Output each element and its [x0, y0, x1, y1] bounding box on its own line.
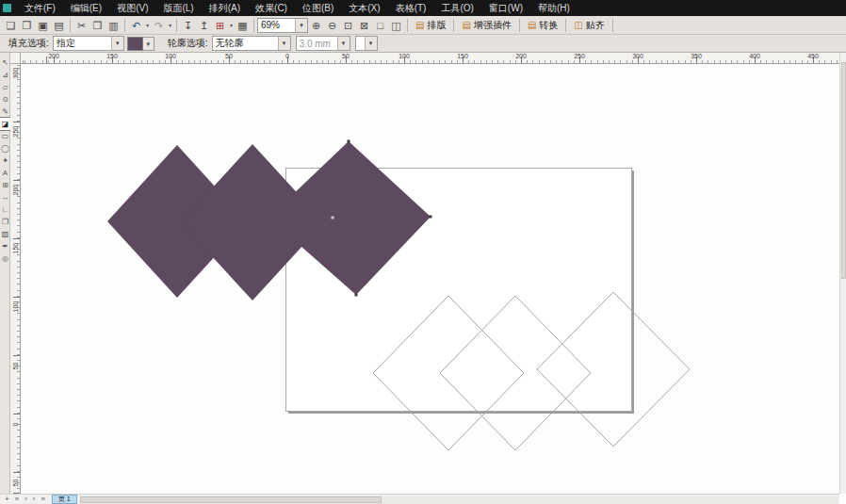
redo-icon[interactable]: ↷ — [151, 18, 167, 33]
vertical-scrollbar-thumb[interactable] — [841, 62, 846, 279]
welcome-screen-icon[interactable]: ▦ — [235, 18, 251, 33]
app-icon[interactable] — [3, 4, 11, 12]
shape-tool[interactable]: ⊿ — [0, 69, 10, 81]
snap-button[interactable]: ◫贴齐 — [569, 17, 609, 34]
rectangle-tool[interactable]: ▭ — [0, 130, 10, 142]
hruler-label: 450 — [807, 53, 819, 59]
page-nav-button-1[interactable]: « — [12, 495, 22, 504]
selection-node[interactable] — [348, 140, 350, 143]
corel-draw-window: 文件(F)编辑(E)视图(V)版面(L)排列(A)效果(C)位图(B)文本(X)… — [0, 0, 846, 504]
zoom-in-icon[interactable]: ⊕ — [308, 18, 324, 33]
drawing-surface[interactable] — [21, 64, 839, 494]
print-icon[interactable]: ▤ — [51, 18, 67, 33]
property-bar: 填充选项: 指定 ▼ ▼ 轮廓选项: 无轮廓 ▼ 3.0 mm ▼ ▼ — [0, 35, 846, 53]
convert-icon: ▤ — [528, 20, 536, 30]
export-icon[interactable]: ↥ — [196, 18, 212, 33]
vertical-ruler[interactable]: 30025020015010050050 — [10, 64, 21, 494]
menu-item-3[interactable]: 版面(L) — [155, 0, 201, 16]
snap-icon: ◫ — [574, 20, 582, 30]
horizontal-scrollbar-thumb[interactable] — [80, 496, 382, 503]
ruler-origin-button[interactable] — [10, 53, 21, 64]
menu-item-4[interactable]: 排列(A) — [202, 0, 248, 16]
connector-tool[interactable]: ∟ — [0, 203, 10, 216]
hruler-label: 50 — [225, 53, 233, 59]
layout-button[interactable]: ▤排版 — [411, 17, 450, 34]
vertical-scrollbar[interactable] — [839, 53, 846, 494]
application-launcher-icon[interactable]: ⊞ — [212, 18, 228, 33]
menu-item-5[interactable]: 效果(C) — [248, 0, 295, 16]
zoom-page-icon[interactable]: □ — [372, 18, 388, 33]
dimension-tool[interactable]: ↔ — [0, 191, 10, 203]
button-label: 排版 — [427, 19, 446, 32]
selection-node[interactable] — [355, 294, 358, 297]
object-center-marker — [332, 217, 334, 219]
polygon-tool[interactable]: ✦ — [0, 154, 10, 167]
hruler-label: 100 — [399, 53, 410, 59]
plugins-button[interactable]: ▤增强插件 — [457, 17, 515, 34]
transparency-tool[interactable]: ▨ — [0, 228, 10, 240]
zoom-out-icon[interactable]: ⊖ — [324, 18, 340, 33]
zoom-level-combo[interactable]: 69% ▼ — [257, 18, 308, 33]
outline-pen-tool[interactable]: ◎ — [0, 252, 10, 265]
new-document-icon[interactable]: ❏ — [3, 18, 19, 33]
separator — [176, 19, 177, 32]
separator — [253, 19, 254, 32]
freehand-tool[interactable]: ✎ — [0, 106, 10, 118]
save-icon[interactable]: ▣ — [35, 18, 51, 33]
zoom-page-width-icon[interactable]: ◫ — [388, 18, 404, 33]
page-navigator: +«‹›» — [0, 495, 50, 504]
chevron-down-icon[interactable]: ▼ — [295, 19, 307, 32]
eyedropper-tool[interactable]: ✒ — [0, 240, 10, 252]
menu-item-6[interactable]: 位图(B) — [295, 0, 341, 16]
vruler-label: 50 — [12, 362, 19, 371]
menu-item-10[interactable]: 窗口(W) — [481, 0, 530, 16]
horizontal-scrollbar[interactable] — [80, 496, 838, 504]
horizontal-ruler[interactable]: 20015010050050100150200250300350400450 — [21, 53, 846, 64]
button-label: 贴齐 — [586, 19, 605, 32]
drawing-canvas[interactable] — [21, 64, 839, 494]
menu-bar: 文件(F)编辑(E)视图(V)版面(L)排列(A)效果(C)位图(B)文本(X)… — [0, 0, 846, 16]
page-nav-button-3[interactable]: › — [30, 495, 39, 504]
zoom-all-objects-icon[interactable]: ⊠ — [356, 18, 372, 33]
undo-icon[interactable]: ↶ — [128, 18, 144, 33]
crop-tool[interactable]: ▱ — [0, 81, 10, 93]
hruler-label: 300 — [632, 53, 643, 59]
selection-node[interactable] — [430, 216, 432, 219]
ellipse-tool[interactable]: ◯ — [0, 142, 10, 154]
chevron-down-icon[interactable]: ▼ — [111, 37, 123, 50]
fill-mode-combo[interactable]: 指定 ▼ — [53, 36, 124, 51]
table-tool[interactable]: ⊞ — [0, 179, 10, 191]
fill-color-swatch[interactable] — [127, 37, 143, 51]
page-nav-button-2[interactable]: ‹ — [22, 495, 30, 504]
zoom-selected-icon[interactable]: ⊡ — [340, 18, 356, 33]
smart-fill-tool[interactable]: ◪ — [0, 118, 10, 130]
drop-shadow-tool[interactable]: ❐ — [0, 216, 10, 228]
page-nav-button-4[interactable]: » — [38, 495, 47, 504]
menu-item-8[interactable]: 表格(T) — [388, 0, 434, 16]
chevron-down-icon[interactable]: ▾ — [144, 22, 151, 28]
convert-button[interactable]: ▤转换 — [523, 17, 562, 34]
chevron-down-icon[interactable]: ▼ — [143, 37, 155, 51]
chevron-down-icon[interactable]: ▼ — [278, 37, 290, 50]
menu-item-2[interactable]: 视图(V) — [109, 0, 155, 16]
menu-item-11[interactable]: 帮助(H) — [530, 0, 578, 16]
page-nav-button-0[interactable]: + — [2, 495, 12, 504]
copy-icon[interactable]: ❐ — [89, 18, 106, 33]
pick-tool[interactable]: ↖ — [0, 57, 10, 69]
open-icon[interactable]: ❒ — [19, 18, 35, 33]
menu-item-1[interactable]: 编辑(E) — [63, 0, 109, 16]
menu-item-9[interactable]: 工具(O) — [433, 0, 480, 16]
text-tool[interactable]: A — [0, 167, 10, 179]
menu-item-0[interactable]: 文件(F) — [17, 0, 63, 16]
page-tab[interactable]: 页 1 — [52, 495, 77, 504]
menu-item-7[interactable]: 文本(X) — [341, 0, 387, 16]
outline-mode-combo[interactable]: 无轮廓 ▼ — [212, 36, 291, 51]
hruler-label: 0 — [285, 53, 289, 59]
paste-icon[interactable]: ▥ — [106, 18, 122, 33]
cut-icon[interactable]: ✂ — [73, 18, 89, 33]
chevron-down-icon[interactable]: ▾ — [228, 22, 235, 28]
chevron-down-icon[interactable]: ▾ — [167, 22, 173, 28]
zoom-tool[interactable]: ⊙ — [0, 93, 10, 106]
fill-color-picker[interactable]: ▼ — [127, 37, 155, 51]
import-icon[interactable]: ↧ — [180, 18, 196, 33]
